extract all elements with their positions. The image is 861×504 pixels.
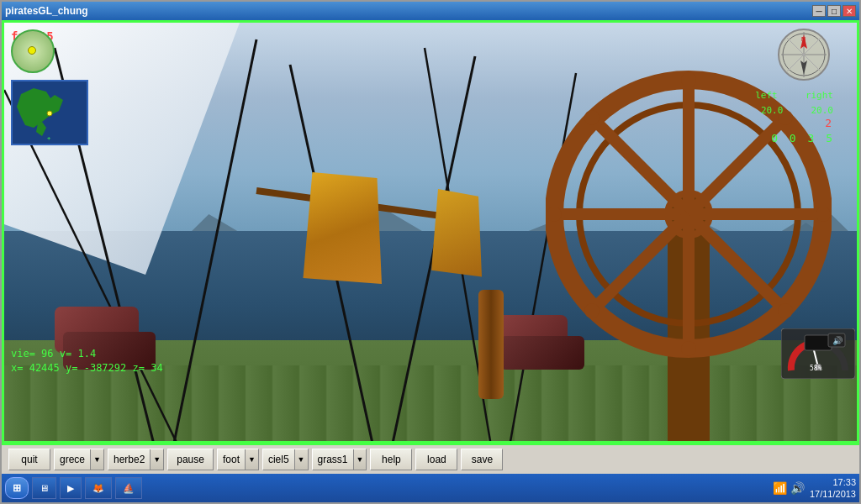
taskbar-icon-3: ⛵ <box>123 483 135 494</box>
foot-label: foot <box>218 454 245 465</box>
coords-line1: vie= 96 v= 1.4 <box>11 347 163 361</box>
taskbar-icon-0: 🖥 <box>40 483 49 493</box>
stat-left-label: left <box>755 90 778 101</box>
svg-point-25 <box>547 207 562 222</box>
svg-point-29 <box>584 303 600 318</box>
ammo-display: 0 0 3 5 <box>771 132 835 144</box>
svg-rect-46 <box>805 335 832 350</box>
maximize-button[interactable]: □ <box>827 5 841 17</box>
taskbar-item-3[interactable]: ⛵ <box>115 477 142 499</box>
radar-dot <box>28 46 36 55</box>
minimize-button[interactable]: ─ <box>812 5 826 17</box>
score-display: 2 <box>825 117 832 129</box>
grece-dropdown[interactable]: grece ▼ <box>54 449 104 470</box>
coordinates-display: vie= 96 v= 1.4 x= 42445 y= -387292 z= 34 <box>11 347 163 375</box>
taskbar-right: 📶 🔊 17:33 17/11/2013 <box>773 476 856 501</box>
herbe2-arrow[interactable]: ▼ <box>150 449 163 470</box>
ciel5-label: ciel5 <box>263 454 294 465</box>
svg-marker-30 <box>17 88 63 128</box>
svg-text:N: N <box>801 36 806 42</box>
deck-post-left <box>478 290 504 399</box>
tray-volume-icon: 🔊 <box>790 481 805 495</box>
grass1-dropdown[interactable]: grass1 ▼ <box>312 449 367 470</box>
svg-text:🔊: 🔊 <box>832 335 843 346</box>
svg-point-24 <box>681 341 696 356</box>
herbe2-dropdown[interactable]: herbe2 ▼ <box>108 449 164 470</box>
start-button[interactable]: ⊞ <box>5 477 29 499</box>
close-button[interactable]: ✕ <box>843 5 856 17</box>
geo-minimap-svg: + <box>13 81 87 144</box>
title-bar: piratesGL_chung ─ □ ✕ <box>2 2 859 20</box>
svg-line-20 <box>689 119 784 214</box>
svg-text:58%: 58% <box>810 365 822 372</box>
load-button[interactable]: load <box>415 449 457 470</box>
stat-values: 20.0 20.0 <box>755 103 833 118</box>
grass1-label: grass1 <box>313 454 353 465</box>
svg-point-26 <box>584 110 600 125</box>
score-value: 2 <box>825 117 832 129</box>
clock-date: 17/11/2013 <box>810 488 856 500</box>
svg-point-28 <box>778 303 793 318</box>
svg-line-3 <box>172 39 256 441</box>
window-controls: ─ □ ✕ <box>812 5 856 17</box>
svg-point-22 <box>681 72 696 87</box>
ciel5-arrow[interactable]: ▼ <box>294 449 308 470</box>
stat-labels: left right <box>755 88 833 103</box>
herbe2-label: herbe2 <box>108 454 150 465</box>
taskbar-item-0[interactable]: 🖥 <box>32 477 56 499</box>
pause-button[interactable]: pause <box>167 449 214 470</box>
taskbar-icon-2: 🦊 <box>92 483 104 494</box>
start-icon: ⊞ <box>13 482 21 494</box>
svg-text:+: + <box>47 135 50 142</box>
taskbar: ⊞ 🖥 ▶ 🦊 ⛵ 📶 🔊 17:33 17/11/2013 <box>2 474 859 502</box>
ciel5-dropdown[interactable]: ciel5 ▼ <box>262 449 309 470</box>
stat-left-val: 20.0 <box>761 105 784 116</box>
speedometer: 🔊 58% <box>781 328 855 379</box>
stats-display: left right 20.0 20.0 <box>755 88 833 118</box>
taskbar-left: ⊞ 🖥 ▶ 🦊 ⛵ <box>5 477 142 499</box>
help-button[interactable]: help <box>370 449 412 470</box>
grece-label: grece <box>55 454 90 465</box>
svg-point-32 <box>47 111 52 116</box>
sail-left <box>298 172 391 290</box>
geo-minimap: + <box>11 80 88 145</box>
taskbar-item-2[interactable]: 🦊 <box>85 477 112 499</box>
tray-network-icon: 📶 <box>773 481 787 495</box>
stat-right-val: 20.0 <box>811 105 834 116</box>
system-tray: 📶 🔊 <box>773 481 805 495</box>
quit-button[interactable]: quit <box>8 449 50 470</box>
grece-arrow[interactable]: ▼ <box>90 449 103 470</box>
coords-line2: x= 42445 y= -387292 z= 34 <box>11 361 163 375</box>
grass1-arrow[interactable]: ▼ <box>353 449 367 470</box>
svg-point-23 <box>816 207 831 222</box>
clock[interactable]: 17:33 17/11/2013 <box>810 476 856 501</box>
svg-line-18 <box>594 119 689 214</box>
save-button[interactable]: save <box>461 449 503 470</box>
game-viewport: fps 15 + vie= 96 v= 1.4 x= 42445 y= -387… <box>2 20 859 444</box>
taskbar-item-1[interactable]: ▶ <box>60 477 82 499</box>
taskbar-icon-1: ▶ <box>67 483 74 494</box>
clock-time: 17:33 <box>810 476 856 488</box>
foot-arrow[interactable]: ▼ <box>245 449 258 470</box>
stat-right-label: right <box>806 90 833 101</box>
foot-dropdown[interactable]: foot ▼ <box>217 449 259 470</box>
radar-minimap <box>11 29 55 73</box>
compass: N <box>777 28 832 82</box>
toolbar: quit grece ▼ herbe2 ▼ pause foot ▼ ciel5… <box>2 444 859 474</box>
window-title: piratesGL_chung <box>5 5 88 17</box>
